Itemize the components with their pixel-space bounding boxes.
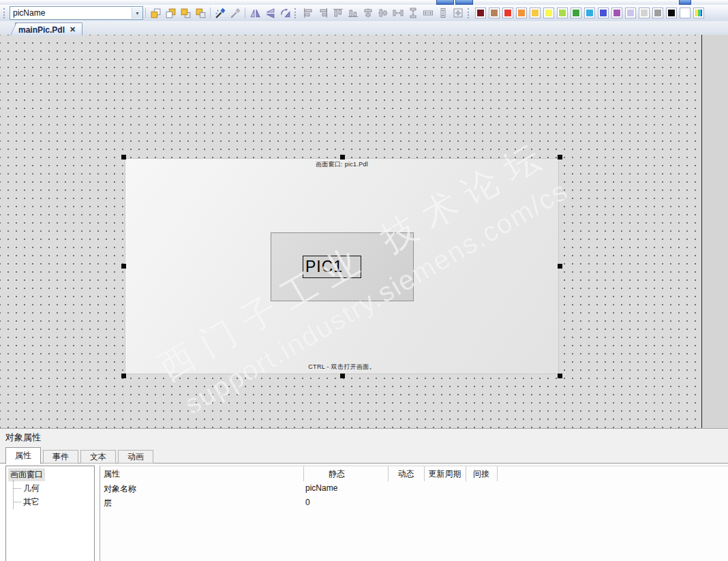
color-swatch[interactable] — [530, 7, 541, 18]
same-width-icon[interactable] — [421, 6, 436, 20]
main-toolbar: picName ▼ — [0, 5, 728, 22]
canvas-outside-area — [701, 35, 728, 428]
header-attribute: 属性 — [104, 468, 120, 480]
send-to-back-button[interactable] — [163, 6, 178, 20]
attribute-name: 层 — [104, 498, 112, 509]
column-separator — [466, 466, 466, 481]
color-swatch[interactable] — [598, 7, 609, 18]
color-swatch[interactable] — [543, 7, 554, 18]
rotate-button[interactable] — [277, 6, 292, 20]
property-grid: 属性 静态 动态 更新周期 间接 对象名称 picName 层 0 — [100, 466, 728, 561]
picture-window-object[interactable]: 画面窗口: pic1.Pdl PIC1 CTRL - 双击打开画面。 — [125, 158, 559, 374]
color-swatch[interactable] — [625, 7, 636, 18]
color-swatch[interactable] — [571, 7, 581, 18]
selection-handle-top-center[interactable] — [340, 155, 345, 160]
copy-properties-eyedropper-icon[interactable] — [213, 6, 228, 20]
align-right-icon[interactable] — [316, 6, 331, 20]
color-swatch[interactable] — [680, 7, 691, 18]
tab-mainpic-pdl[interactable]: mainPic.Pdl ✕ — [15, 22, 82, 35]
toolbar-separator — [210, 7, 211, 18]
toolbar-separator — [145, 7, 146, 18]
document-tab-bar: mainPic.Pdl ✕ — [0, 21, 728, 35]
properties-tab-bar: 属性 事件 文本 动画 — [5, 446, 155, 464]
align-left-icon[interactable] — [301, 6, 316, 20]
distribute-horizontal-icon[interactable] — [391, 6, 406, 20]
panel-title: 对象属性 — [5, 431, 41, 444]
header-indirect: 间接 — [466, 468, 497, 480]
flip-horizontal-button[interactable] — [247, 6, 262, 20]
header-static: 静态 — [294, 468, 379, 480]
window-fragment — [455, 0, 473, 5]
window-fragment — [436, 0, 454, 5]
attribute-value[interactable]: 0 — [305, 498, 310, 507]
color-swatch[interactable] — [502, 7, 513, 18]
header-dynamic: 动态 — [388, 468, 424, 480]
chevron-down-icon[interactable]: ▼ — [132, 7, 142, 18]
color-swatch[interactable] — [652, 7, 663, 18]
send-backward-button[interactable] — [193, 6, 208, 20]
distribute-vertical-icon[interactable] — [406, 6, 421, 20]
same-size-icon[interactable] — [451, 6, 466, 20]
bring-to-front-button[interactable] — [148, 6, 163, 20]
selection-handle-top-left[interactable] — [121, 155, 126, 160]
window-top-strip — [0, 0, 728, 5]
tab-text[interactable]: 文本 — [80, 450, 116, 464]
tab-label: mainPic.Pdl — [18, 25, 65, 35]
property-grid-header: 属性 静态 动态 更新周期 间接 — [100, 466, 728, 481]
custom-color-picker[interactable] — [693, 7, 704, 18]
picture-window-title: 画面窗口: pic1.Pdl — [125, 160, 558, 169]
toolbar-grip[interactable] — [468, 8, 472, 18]
picture-window-hint: CTRL - 双击打开画面。 — [125, 363, 558, 372]
color-swatch[interactable] — [516, 7, 527, 18]
color-swatch[interactable] — [489, 7, 500, 18]
selection-handle-bottom-right[interactable] — [558, 374, 562, 378]
column-separator — [388, 466, 389, 481]
color-swatch[interactable] — [611, 7, 622, 18]
attribute-name: 对象名称 — [104, 483, 136, 495]
selection-handle-middle-left[interactable] — [121, 264, 126, 269]
center-vertical-icon[interactable] — [361, 6, 376, 20]
property-tree[interactable]: 画面窗口 几何 其它 — [5, 466, 95, 561]
color-swatch[interactable] — [557, 7, 568, 18]
tab-events[interactable]: 事件 — [43, 450, 78, 464]
drawing-canvas[interactable]: 画面窗口: pic1.Pdl PIC1 CTRL - 双击打开画面。 西门子工业… — [0, 35, 701, 428]
object-name-combobox-value[interactable]: picName — [10, 8, 132, 18]
tab-animation[interactable]: 动画 — [118, 450, 153, 464]
toolbar-grip[interactable] — [294, 8, 299, 18]
color-swatch[interactable] — [666, 7, 677, 18]
table-row: 层 0 — [100, 496, 728, 510]
table-row: 对象名称 picName — [100, 481, 728, 496]
bring-forward-button[interactable] — [178, 6, 193, 20]
align-bottom-icon[interactable] — [346, 6, 361, 20]
tree-item-other[interactable]: 其它 — [6, 495, 94, 509]
selection-handle-top-right[interactable] — [558, 155, 562, 160]
window-fragment — [679, 0, 691, 5]
properties-content: 画面窗口 几何 其它 属性 静态 动态 更新周期 间接 对象名称 picName — [0, 464, 728, 561]
object-name-combobox[interactable]: picName ▼ — [10, 6, 143, 20]
color-swatch[interactable] — [639, 7, 650, 18]
header-update-cycle: 更新周期 — [424, 468, 466, 480]
close-icon[interactable]: ✕ — [70, 26, 76, 33]
selection-handle-middle-right[interactable] — [558, 264, 562, 269]
color-swatch[interactable] — [475, 7, 486, 18]
color-swatch[interactable] — [584, 7, 595, 18]
picture-window-preview: PIC1 — [271, 232, 414, 301]
toolbar-separator — [245, 7, 245, 18]
toolbar-grip[interactable] — [3, 8, 7, 18]
column-separator — [424, 466, 425, 481]
pic1-button[interactable]: PIC1 — [303, 256, 361, 278]
column-separator — [303, 466, 304, 481]
column-separator — [497, 466, 498, 481]
selection-handle-bottom-center[interactable] — [340, 374, 345, 378]
tree-item-geometry[interactable]: 几何 — [6, 481, 94, 495]
flip-vertical-button[interactable] — [262, 6, 277, 20]
object-properties-panel: 对象属性 属性 事件 文本 动画 画面窗口 几何 其它 属性 静态 动态 更新周… — [0, 428, 728, 561]
attribute-value[interactable]: picName — [305, 483, 337, 493]
center-horizontal-icon[interactable] — [376, 6, 391, 20]
selection-handle-bottom-left[interactable] — [121, 374, 126, 378]
align-top-icon[interactable] — [331, 6, 346, 20]
same-height-icon[interactable] — [436, 6, 451, 20]
apply-properties-eyedropper-icon[interactable] — [228, 6, 243, 20]
tree-item-picture-window[interactable]: 画面窗口 — [8, 468, 45, 481]
tab-properties[interactable]: 属性 — [5, 447, 41, 464]
